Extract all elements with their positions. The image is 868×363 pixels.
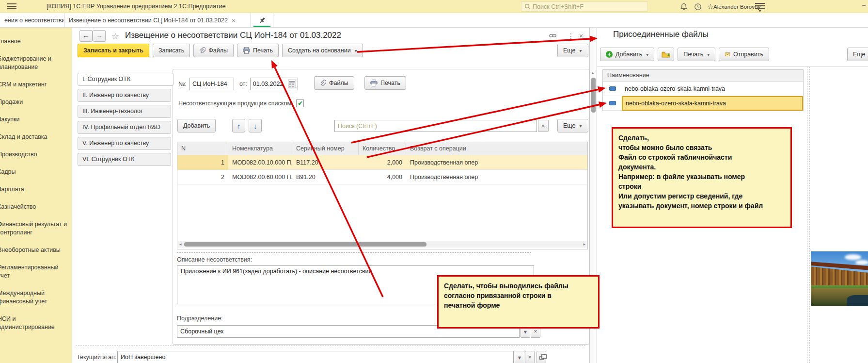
sidebar-item-warehouse[interactable]: Склад и доставка (0, 133, 70, 141)
chevron-down-icon: ▾ (579, 123, 582, 129)
scroll-left-icon[interactable]: ◂ (179, 242, 182, 247)
sidebar-item-crm[interactable]: CRM и маркетинг (0, 81, 70, 89)
sidebar-item-payroll[interactable]: Зарплата (0, 185, 70, 194)
files-button[interactable]: Файлы (193, 44, 234, 57)
date-field[interactable] (250, 78, 298, 90)
minimize-icon[interactable]: – (862, 2, 866, 9)
close-window-icon[interactable]: × (579, 32, 583, 40)
attachments-more-button[interactable]: Еще▾ (847, 48, 868, 61)
notifications-bell-icon[interactable] (679, 2, 689, 11)
table-search-input[interactable] (334, 120, 537, 132)
col-serial[interactable]: Серийный номер (292, 142, 359, 155)
tab-pinned[interactable] (251, 13, 273, 28)
sidebar-item-international-accounting[interactable]: Международный финансовый учет (0, 289, 70, 306)
clear-search-button[interactable]: × (538, 120, 549, 132)
stage-tab-3[interactable]: III. Инженер-технолог (78, 105, 171, 118)
file-row-selected[interactable]: nebo-oblaka-ozero-skala-kamni-trava (603, 96, 803, 111)
annotation-note-print-form: Сделать, чтобы выводились файлы согласно… (437, 275, 600, 329)
attached-files-title: Присоединенные файлы (613, 30, 709, 39)
stage-dropdown-icon[interactable]: ▾ (515, 351, 524, 363)
files-column-header[interactable]: Наименование (603, 70, 803, 82)
scroll-up-icon[interactable]: ▴ (592, 70, 594, 75)
main-menu-icon[interactable] (7, 3, 16, 10)
get-link-icon[interactable] (549, 33, 556, 40)
current-stage-field[interactable] (117, 351, 514, 363)
create-based-on-button[interactable]: Создать на основании▾ (282, 44, 363, 57)
settings-menu-icon[interactable]: ▾ (755, 3, 765, 12)
chevron-down-icon: ▾ (646, 52, 648, 57)
scrollbar-thumb[interactable] (591, 78, 596, 113)
stage-clear-icon[interactable]: × (525, 351, 535, 363)
water-dark-shape (847, 295, 868, 306)
app-title: [КОПИЯ] 1С:ERP Управление предприятием 2… (47, 3, 225, 10)
preview-image[interactable] (811, 251, 868, 306)
stage-tab-1[interactable]: I. Сотрудник ОТК (78, 73, 174, 86)
sidebar-item-main[interactable]: Главное (0, 37, 70, 46)
number-date-row: №: от: (178, 78, 298, 90)
col-n[interactable]: N (177, 142, 228, 155)
annotation-note-link-files: Сделать, чтобы можно было связать Файл с… (612, 127, 792, 228)
send-file-button[interactable]: ✉ Отправить (719, 48, 769, 61)
table-search[interactable] (334, 120, 537, 132)
sidebar-item-master-data[interactable]: НСИ и администрирование (0, 315, 70, 331)
user-name[interactable]: Alexander Borovoy (713, 4, 760, 10)
stage-tab-2[interactable]: II. Инженер по качеству (78, 89, 171, 102)
sidebar-item-production[interactable]: Производство (0, 150, 70, 159)
table-row[interactable]: 2 MOD082.00.60.000 П... B91.20 4,000 Про… (177, 170, 587, 184)
print-button[interactable]: Печать (237, 44, 279, 57)
file-preview-pane (807, 66, 868, 363)
products-table: N Номенклатура Серийный номер Количество… (177, 142, 588, 249)
stage-tab-5[interactable]: V. Инженер по качеству (78, 137, 171, 150)
stage-tab-4[interactable]: IV. Профильный отдел R&D (78, 121, 171, 134)
description-label: Описание несоответствия: (177, 256, 252, 263)
add-file-button[interactable]: + Добавить ▾ (600, 48, 654, 61)
global-search[interactable] (521, 1, 648, 12)
print-files-button[interactable]: Печать▾ (678, 48, 715, 61)
move-row-down-button[interactable]: ↓ (249, 119, 262, 132)
save-and-close-button[interactable]: Записать и закрыть (78, 44, 149, 57)
table-row[interactable]: 1 MOD082.00.10.000 П... B117.20 2,000 Пр… (177, 155, 587, 170)
tab-close-icon[interactable]: × (232, 17, 236, 24)
calendar-icon[interactable] (288, 80, 296, 88)
col-qty[interactable]: Количество (359, 142, 406, 155)
history-clock-icon[interactable] (693, 2, 703, 11)
global-search-input[interactable] (533, 3, 645, 10)
forward-button[interactable]: → (93, 30, 106, 42)
stage-tab-6[interactable]: VI. Сотрудник ОТК (78, 153, 171, 166)
scrollbar-thumb[interactable] (184, 242, 426, 247)
file-icon (609, 101, 616, 105)
more-dots-icon[interactable]: ⋮ (568, 32, 574, 40)
department-label: Подразделение: (177, 315, 223, 322)
add-folder-button[interactable]: + (658, 48, 674, 61)
favorite-star-icon[interactable]: ☆ (111, 31, 119, 42)
table-more-button[interactable]: Еще▾ (557, 119, 588, 132)
sidebar-item-financial-result[interactable]: Финансовый результат и контроллинг (0, 220, 70, 237)
col-operation[interactable]: Возврат с операции (406, 142, 587, 155)
move-row-up-button[interactable]: ↑ (232, 119, 245, 132)
list-checkbox-label: Несоответствующая продукция списком: (178, 100, 293, 107)
scroll-right-icon[interactable]: ▸ (583, 242, 585, 247)
sidebar-item-treasury[interactable]: Казначейство (0, 203, 70, 211)
sidebar-item-sales[interactable]: Продажи (0, 98, 70, 106)
inline-print-button[interactable]: Печать (364, 76, 406, 90)
save-button[interactable]: Записать (153, 44, 190, 57)
open-stage-icon[interactable] (537, 351, 546, 363)
sidebar-item-regulated-accounting[interactable]: Регламентированный учет (0, 264, 70, 280)
sidebar-item-noncurrent-assets[interactable]: Внеоборотные активы (0, 246, 70, 254)
horizontal-scrollbar[interactable]: ◂ ▸ (178, 241, 586, 248)
add-row-button[interactable]: Добавить (177, 119, 216, 132)
inline-files-button[interactable]: Файлы (314, 76, 354, 90)
tab-notification-document[interactable]: Извещение о несоответствии СЦ ИоН-184 от… (64, 13, 251, 28)
tab-notifications-list[interactable]: ения о несоответствии × (0, 13, 64, 28)
back-button[interactable]: ← (79, 30, 93, 42)
col-nomenclature[interactable]: Номенклатура (228, 142, 292, 155)
file-row[interactable]: nebo-oblaka-ozero-skala-kamni-trava (603, 82, 803, 96)
list-checkbox-checked[interactable]: ✔ (296, 99, 304, 107)
divider (177, 252, 531, 253)
sidebar-item-purchases[interactable]: Закупки (0, 116, 70, 124)
document-more-button[interactable]: Еще▾ (557, 44, 588, 57)
sidebar-item-budgeting[interactable]: Бюджетирование и планирование (0, 55, 70, 71)
sidebar-item-hr[interactable]: Кадры (0, 168, 70, 176)
list-mode-row: Несоответствующая продукция списком: ✔ (178, 99, 304, 107)
number-field[interactable] (189, 78, 234, 90)
